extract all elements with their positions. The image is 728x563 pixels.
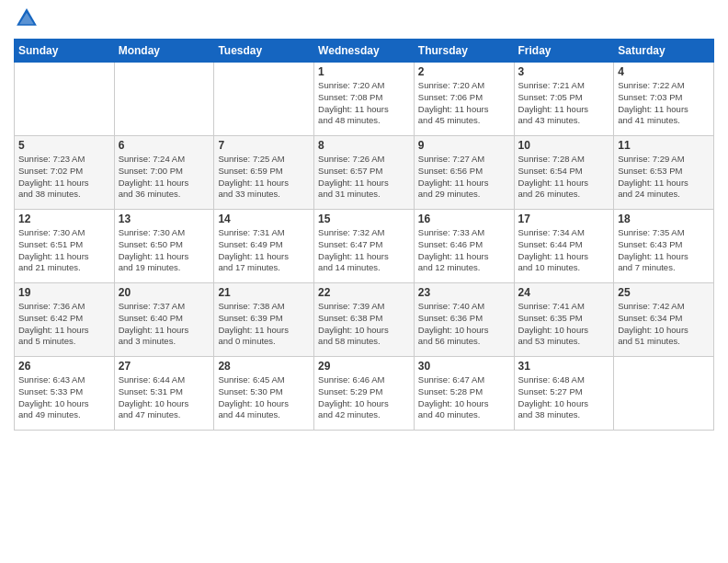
- page: SundayMondayTuesdayWednesdayThursdayFrid…: [0, 0, 728, 563]
- day-cell: 28Sunrise: 6:45 AM Sunset: 5:30 PM Dayli…: [214, 357, 314, 431]
- day-number: 21: [218, 286, 310, 299]
- day-number: 13: [119, 213, 210, 225]
- day-info: Sunrise: 7:21 AM Sunset: 7:05 PM Dayligh…: [518, 80, 610, 127]
- day-cell: 5Sunrise: 7:23 AM Sunset: 7:02 PM Daylig…: [15, 136, 115, 210]
- weekday-header-thursday: Thursday: [414, 40, 514, 63]
- day-info: Sunrise: 7:35 AM Sunset: 6:43 PM Dayligh…: [618, 227, 710, 274]
- day-number: 16: [418, 213, 510, 225]
- day-cell: 12Sunrise: 7:30 AM Sunset: 6:51 PM Dayli…: [15, 210, 115, 283]
- day-info: Sunrise: 7:24 AM Sunset: 7:00 PM Dayligh…: [119, 154, 210, 201]
- day-number: 23: [418, 286, 510, 299]
- day-info: Sunrise: 6:45 AM Sunset: 5:30 PM Dayligh…: [218, 374, 310, 421]
- day-info: Sunrise: 7:41 AM Sunset: 6:35 PM Dayligh…: [518, 301, 610, 348]
- day-info: Sunrise: 6:43 AM Sunset: 5:33 PM Dayligh…: [18, 374, 110, 421]
- day-number: 8: [318, 139, 410, 152]
- day-info: Sunrise: 7:34 AM Sunset: 6:44 PM Dayligh…: [518, 227, 610, 274]
- day-info: Sunrise: 7:20 AM Sunset: 7:08 PM Dayligh…: [318, 80, 410, 127]
- day-info: Sunrise: 7:22 AM Sunset: 7:03 PM Dayligh…: [618, 80, 710, 127]
- day-number: 25: [618, 286, 710, 299]
- day-number: 15: [318, 213, 410, 225]
- day-cell: 25Sunrise: 7:42 AM Sunset: 6:34 PM Dayli…: [614, 283, 714, 357]
- day-cell: 29Sunrise: 6:46 AM Sunset: 5:29 PM Dayli…: [314, 357, 415, 431]
- day-cell: 31Sunrise: 6:48 AM Sunset: 5:27 PM Dayli…: [514, 357, 614, 431]
- week-row-2: 5Sunrise: 7:23 AM Sunset: 7:02 PM Daylig…: [15, 136, 714, 210]
- day-cell: 6Sunrise: 7:24 AM Sunset: 7:00 PM Daylig…: [114, 136, 214, 210]
- day-number: 14: [218, 213, 310, 225]
- day-info: Sunrise: 7:40 AM Sunset: 6:36 PM Dayligh…: [418, 301, 510, 348]
- week-row-1: 1Sunrise: 7:20 AM Sunset: 7:08 PM Daylig…: [15, 63, 714, 136]
- day-cell: [214, 63, 314, 136]
- day-number: 20: [119, 286, 210, 299]
- week-row-3: 12Sunrise: 7:30 AM Sunset: 6:51 PM Dayli…: [15, 210, 714, 283]
- day-cell: 8Sunrise: 7:26 AM Sunset: 6:57 PM Daylig…: [314, 136, 415, 210]
- day-number: 22: [318, 286, 410, 299]
- logo: [14, 9, 43, 31]
- day-cell: 3Sunrise: 7:21 AM Sunset: 7:05 PM Daylig…: [514, 63, 614, 136]
- day-info: Sunrise: 7:36 AM Sunset: 6:42 PM Dayligh…: [18, 301, 110, 348]
- weekday-header-friday: Friday: [514, 40, 614, 63]
- day-number: 30: [418, 360, 510, 373]
- day-cell: 30Sunrise: 6:47 AM Sunset: 5:28 PM Dayli…: [414, 357, 514, 431]
- day-cell: 22Sunrise: 7:39 AM Sunset: 6:38 PM Dayli…: [314, 283, 415, 357]
- day-number: 5: [18, 139, 110, 152]
- day-cell: 13Sunrise: 7:30 AM Sunset: 6:50 PM Dayli…: [114, 210, 214, 283]
- week-row-5: 26Sunrise: 6:43 AM Sunset: 5:33 PM Dayli…: [15, 357, 714, 431]
- day-cell: 14Sunrise: 7:31 AM Sunset: 6:49 PM Dayli…: [214, 210, 314, 283]
- weekday-header-sunday: Sunday: [15, 40, 115, 63]
- weekday-header-saturday: Saturday: [614, 40, 714, 63]
- day-info: Sunrise: 7:27 AM Sunset: 6:56 PM Dayligh…: [418, 154, 510, 201]
- calendar: SundayMondayTuesdayWednesdayThursdayFrid…: [14, 39, 714, 431]
- day-number: 9: [418, 139, 510, 152]
- day-number: 26: [18, 360, 110, 373]
- day-info: Sunrise: 7:28 AM Sunset: 6:54 PM Dayligh…: [518, 154, 610, 201]
- day-number: 27: [119, 360, 210, 373]
- day-cell: 16Sunrise: 7:33 AM Sunset: 6:46 PM Dayli…: [414, 210, 514, 283]
- weekday-header-monday: Monday: [114, 40, 214, 63]
- weekday-header-tuesday: Tuesday: [214, 40, 314, 63]
- day-cell: [114, 63, 214, 136]
- day-info: Sunrise: 7:33 AM Sunset: 6:46 PM Dayligh…: [418, 227, 510, 274]
- day-cell: 10Sunrise: 7:28 AM Sunset: 6:54 PM Dayli…: [514, 136, 614, 210]
- day-cell: 18Sunrise: 7:35 AM Sunset: 6:43 PM Dayli…: [614, 210, 714, 283]
- day-info: Sunrise: 6:47 AM Sunset: 5:28 PM Dayligh…: [418, 374, 510, 421]
- day-cell: 21Sunrise: 7:38 AM Sunset: 6:39 PM Dayli…: [214, 283, 314, 357]
- header: [14, 9, 714, 31]
- day-info: Sunrise: 7:25 AM Sunset: 6:59 PM Dayligh…: [218, 154, 310, 201]
- day-info: Sunrise: 7:31 AM Sunset: 6:49 PM Dayligh…: [218, 227, 310, 274]
- day-info: Sunrise: 7:26 AM Sunset: 6:57 PM Dayligh…: [318, 154, 410, 201]
- day-cell: [614, 357, 714, 431]
- day-cell: 1Sunrise: 7:20 AM Sunset: 7:08 PM Daylig…: [314, 63, 415, 136]
- day-info: Sunrise: 7:29 AM Sunset: 6:53 PM Dayligh…: [618, 154, 710, 201]
- day-number: 24: [518, 286, 610, 299]
- day-info: Sunrise: 7:32 AM Sunset: 6:47 PM Dayligh…: [318, 227, 410, 274]
- day-number: 3: [518, 65, 610, 78]
- day-cell: 26Sunrise: 6:43 AM Sunset: 5:33 PM Dayli…: [15, 357, 115, 431]
- day-cell: 20Sunrise: 7:37 AM Sunset: 6:40 PM Dayli…: [114, 283, 214, 357]
- day-number: 4: [618, 65, 710, 78]
- day-cell: 23Sunrise: 7:40 AM Sunset: 6:36 PM Dayli…: [414, 283, 514, 357]
- week-row-4: 19Sunrise: 7:36 AM Sunset: 6:42 PM Dayli…: [15, 283, 714, 357]
- day-number: 18: [618, 213, 710, 225]
- day-info: Sunrise: 7:42 AM Sunset: 6:34 PM Dayligh…: [618, 301, 710, 348]
- day-info: Sunrise: 7:20 AM Sunset: 7:06 PM Dayligh…: [418, 80, 510, 127]
- day-number: 19: [18, 286, 110, 299]
- day-cell: 11Sunrise: 7:29 AM Sunset: 6:53 PM Dayli…: [614, 136, 714, 210]
- day-number: 29: [318, 360, 410, 373]
- day-info: Sunrise: 7:30 AM Sunset: 6:51 PM Dayligh…: [18, 227, 110, 274]
- weekday-header-wednesday: Wednesday: [314, 40, 415, 63]
- day-info: Sunrise: 7:38 AM Sunset: 6:39 PM Dayligh…: [218, 301, 310, 348]
- day-cell: 9Sunrise: 7:27 AM Sunset: 6:56 PM Daylig…: [414, 136, 514, 210]
- weekday-header-row: SundayMondayTuesdayWednesdayThursdayFrid…: [15, 40, 714, 63]
- day-cell: 19Sunrise: 7:36 AM Sunset: 6:42 PM Dayli…: [15, 283, 115, 357]
- day-info: Sunrise: 6:48 AM Sunset: 5:27 PM Dayligh…: [518, 374, 610, 421]
- day-cell: 17Sunrise: 7:34 AM Sunset: 6:44 PM Dayli…: [514, 210, 614, 283]
- day-info: Sunrise: 7:37 AM Sunset: 6:40 PM Dayligh…: [119, 301, 210, 348]
- day-cell: 15Sunrise: 7:32 AM Sunset: 6:47 PM Dayli…: [314, 210, 415, 283]
- day-cell: 7Sunrise: 7:25 AM Sunset: 6:59 PM Daylig…: [214, 136, 314, 210]
- day-number: 11: [618, 139, 710, 152]
- day-cell: 2Sunrise: 7:20 AM Sunset: 7:06 PM Daylig…: [414, 63, 514, 136]
- day-number: 28: [218, 360, 310, 373]
- logo-icon: [14, 6, 40, 31]
- day-cell: 27Sunrise: 6:44 AM Sunset: 5:31 PM Dayli…: [114, 357, 214, 431]
- day-info: Sunrise: 7:30 AM Sunset: 6:50 PM Dayligh…: [119, 227, 210, 274]
